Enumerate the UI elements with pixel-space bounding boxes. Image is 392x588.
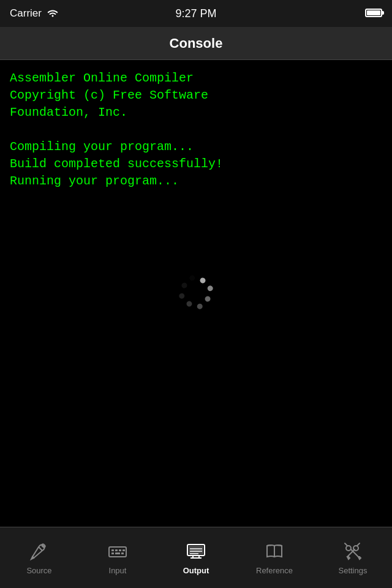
source-tab-label: Source <box>26 566 51 575</box>
reference-tab-label: Reference <box>256 566 293 575</box>
svg-rect-9 <box>109 547 126 557</box>
svg-rect-21 <box>189 546 203 554</box>
svg-point-27 <box>346 546 351 551</box>
time-label: 9:27 PM <box>175 7 216 20</box>
svg-point-7 <box>190 274 198 282</box>
tab-input[interactable]: Input <box>78 527 157 588</box>
battery-fill <box>367 10 380 15</box>
svg-point-26 <box>353 546 358 551</box>
battery-icon <box>365 9 382 17</box>
svg-point-4 <box>184 299 192 307</box>
spinner-container <box>178 274 214 313</box>
carrier-label: Carrier <box>10 7 42 20</box>
svg-rect-10 <box>111 549 114 551</box>
nav-title: Console <box>170 36 223 51</box>
svg-rect-13 <box>111 552 114 554</box>
tab-output[interactable]: Output <box>157 527 235 588</box>
nav-bar: Console <box>0 27 392 60</box>
output-tab-label: Output <box>183 566 209 575</box>
tab-settings[interactable]: Settings <box>314 527 392 588</box>
settings-tab-label: Settings <box>339 566 368 575</box>
reference-icon <box>263 540 285 562</box>
svg-point-0 <box>201 278 209 286</box>
settings-icon <box>342 540 364 562</box>
svg-point-6 <box>182 280 190 288</box>
tab-reference[interactable]: Reference <box>235 527 314 588</box>
svg-point-5 <box>178 290 186 298</box>
tab-bar: Source Input <box>0 527 392 588</box>
svg-rect-11 <box>115 549 118 551</box>
svg-point-3 <box>194 303 202 311</box>
svg-rect-14 <box>115 552 120 554</box>
loading-spinner <box>170 266 222 318</box>
status-left: Carrier <box>10 7 59 20</box>
input-tab-label: Input <box>109 566 127 575</box>
console-area: Assembler Online Compiler Copyright (c) … <box>0 60 392 527</box>
wifi-icon <box>47 7 59 20</box>
console-text: Assembler Online Compiler Copyright (c) … <box>10 70 382 190</box>
svg-point-1 <box>207 287 215 295</box>
svg-rect-12 <box>119 549 121 551</box>
svg-point-2 <box>203 297 211 305</box>
tab-source[interactable]: Source <box>0 527 78 588</box>
output-icon <box>185 540 207 562</box>
svg-rect-15 <box>121 552 124 554</box>
source-icon <box>28 540 50 562</box>
svg-rect-16 <box>123 549 125 551</box>
input-icon <box>107 540 129 562</box>
battery-container <box>365 7 382 20</box>
status-bar: Carrier 9:27 PM <box>0 0 392 27</box>
